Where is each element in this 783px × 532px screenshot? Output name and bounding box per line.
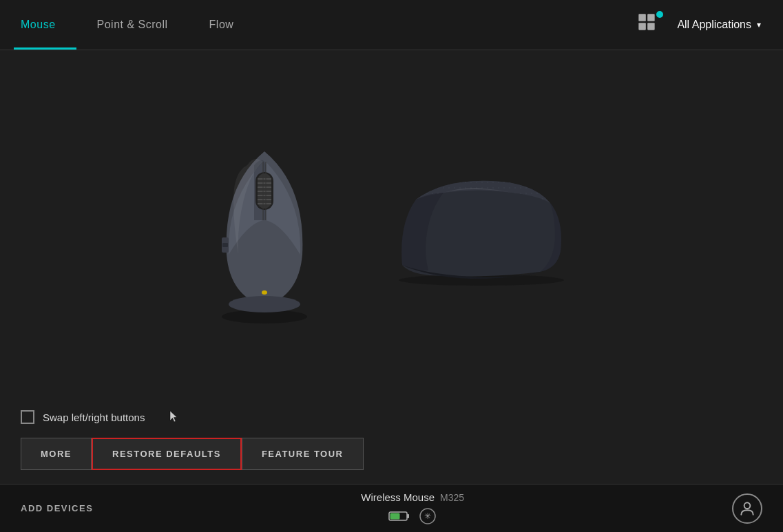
more-button[interactable]: MORE [21, 438, 92, 470]
apps-grid-icon [637, 12, 662, 37]
device-model-label: M325 [440, 492, 464, 503]
device-status-icons: ✳ [388, 507, 437, 525]
tab-point-scroll-label: Point & Scroll [97, 19, 168, 31]
footer: ADD DEVICES Wireless Mouse M325 ✳ [0, 484, 783, 532]
tab-flow[interactable]: Flow [189, 0, 255, 50]
all-applications-button[interactable]: All Applications ▾ [669, 13, 769, 36]
tab-flow-label: Flow [209, 19, 234, 31]
swap-buttons-row: Swap left/right buttons [21, 410, 762, 424]
controls-area: Swap left/right buttons MORE RESTORE DEF… [0, 403, 783, 484]
svg-rect-1 [648, 14, 656, 21]
all-applications-label: All Applications [677, 19, 751, 31]
mouse-side-image [375, 169, 574, 286]
restore-defaults-button[interactable]: RESTORE DEFAULTS [92, 438, 242, 470]
header: Mouse Point & Scroll Flow All Applicatio… [0, 0, 783, 50]
device-name-label: Wireless Mouse [361, 491, 435, 503]
svg-rect-0 [639, 14, 647, 21]
device-name-row: Wireless Mouse M325 [361, 491, 464, 503]
tab-point-scroll[interactable]: Point & Scroll [76, 0, 189, 50]
user-profile-button[interactable] [732, 493, 762, 524]
battery-icon [388, 511, 410, 522]
add-devices-button[interactable]: ADD DEVICES [21, 503, 93, 513]
svg-point-20 [229, 296, 300, 312]
svg-rect-2 [639, 23, 647, 30]
svg-text:✳: ✳ [424, 511, 431, 521]
tab-mouse-label: Mouse [21, 19, 56, 31]
connection-icon: ✳ [419, 507, 437, 525]
svg-point-28 [744, 502, 751, 509]
svg-rect-24 [407, 514, 409, 518]
device-info: Wireless Mouse M325 ✳ [361, 491, 464, 525]
header-right: All Applications ▾ [637, 12, 769, 37]
tab-bar: Mouse Point & Scroll Flow [14, 0, 637, 50]
mouse-images-area: logitech [0, 50, 783, 403]
chevron-down-icon: ▾ [757, 20, 761, 30]
svg-rect-3 [648, 23, 656, 30]
swap-buttons-checkbox[interactable] [21, 410, 34, 424]
mouse-front-image: logitech [209, 131, 320, 323]
svg-rect-15 [222, 243, 228, 247]
action-buttons-row: MORE RESTORE DEFAULTS FEATURE TOUR [21, 438, 762, 470]
svg-point-18 [262, 290, 267, 295]
tab-mouse[interactable]: Mouse [14, 0, 76, 50]
cursor-indicator [169, 409, 180, 423]
apps-badge [656, 11, 663, 18]
svg-rect-25 [390, 513, 400, 520]
swap-buttons-label: Swap left/right buttons [43, 412, 145, 423]
main-content: logitech [0, 50, 783, 484]
svg-point-21 [399, 275, 564, 286]
feature-tour-button[interactable]: FEATURE TOUR [242, 438, 364, 470]
